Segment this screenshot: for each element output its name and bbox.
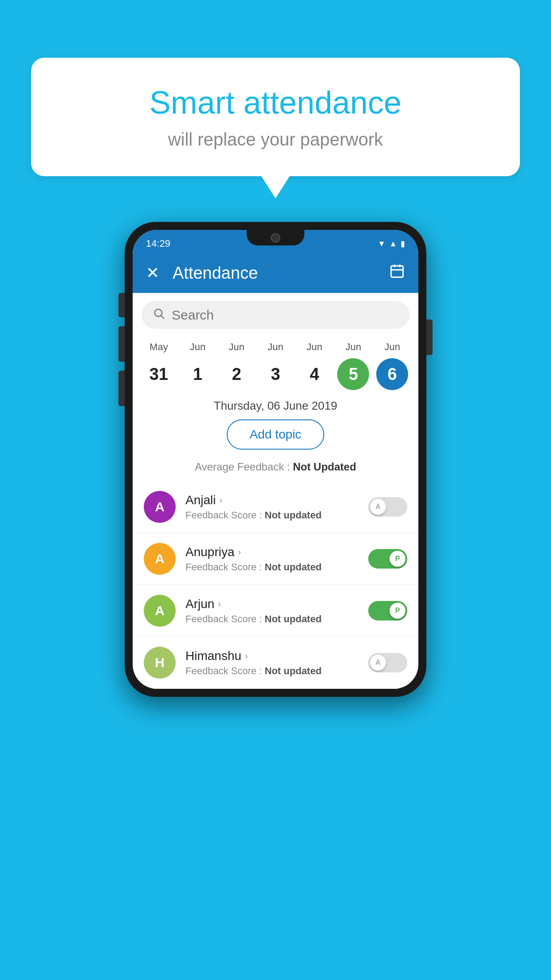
avg-feedback: Average Feedback : Not Updated [133,458,418,481]
day-month-label: Jun [346,341,361,353]
day-number-label: 3 [260,358,291,390]
avg-feedback-value: Not Updated [293,461,356,473]
calendar-icon[interactable] [389,263,405,283]
close-button[interactable]: ✕ [146,264,159,282]
student-avatar: A [144,491,176,523]
search-icon [153,307,165,323]
toggle-track: P [368,601,407,620]
search-input[interactable] [172,308,398,323]
calendar-strip: May31Jun1Jun2Jun3Jun4Jun5Jun6 [133,337,418,395]
volume-up-button [118,326,125,362]
calendar-day[interactable]: Jun1 [178,341,217,390]
power-button [426,320,433,355]
phone-screen: 14:29 ▼ ▲ ▮ ✕ Attendance [133,230,418,689]
student-info: Himanshu ›Feedback Score : Not updated [185,649,358,677]
chevron-right-icon: › [218,599,221,609]
chevron-right-icon: › [238,547,241,557]
student-info: Arjun ›Feedback Score : Not updated [185,597,358,625]
attendance-toggle[interactable]: A [368,653,407,672]
toggle-track: A [368,653,407,672]
speech-bubble: Smart attendance will replace your paper… [31,58,520,176]
student-name: Arjun › [185,597,358,611]
speech-bubble-container: Smart attendance will replace your paper… [31,58,520,176]
wifi-icon: ▼ [378,239,386,249]
day-month-label: Jun [384,341,400,353]
phone-container: 14:29 ▼ ▲ ▮ ✕ Attendance [125,222,426,697]
day-month-label: Jun [229,341,244,353]
student-avatar: A [144,595,176,627]
student-item[interactable]: AAnjali ›Feedback Score : Not updatedA [133,481,418,533]
student-feedback-score: Feedback Score : Not updated [185,665,358,677]
bubble-subtitle: will replace your paperwork [67,130,484,150]
day-number-label: 6 [376,358,408,390]
day-month-label: May [150,341,168,353]
toggle-thumb: P [390,603,405,619]
day-number-label: 5 [337,358,369,390]
add-topic-button[interactable]: Add topic [227,419,325,450]
front-camera [271,233,280,243]
status-time: 14:29 [146,238,170,249]
attendance-toggle[interactable]: P [368,601,407,620]
volume-silent-button [118,293,125,317]
toggle-thumb: A [370,499,386,515]
day-month-label: Jun [307,341,322,353]
calendar-day[interactable]: Jun5 [334,341,373,390]
app-bar-title: Attendance [173,264,376,283]
day-number-label: 1 [182,358,214,390]
day-number-label: 4 [299,358,331,390]
day-number-label: 31 [143,358,175,390]
phone-outer: 14:29 ▼ ▲ ▮ ✕ Attendance [125,222,426,697]
student-feedback-score: Feedback Score : Not updated [185,510,358,521]
student-name: Anjali › [185,493,358,507]
toggle-track: P [368,549,407,569]
app-bar: ✕ Attendance [133,253,418,293]
status-icons: ▼ ▲ ▮ [378,239,405,249]
chevron-right-icon: › [245,651,248,661]
svg-rect-0 [391,266,403,277]
student-item[interactable]: AAnupriya ›Feedback Score : Not updatedP [133,533,418,585]
student-list: AAnjali ›Feedback Score : Not updatedAAA… [133,481,418,689]
student-item[interactable]: HHimanshu ›Feedback Score : Not updatedA [133,637,418,689]
day-month-label: Jun [190,341,205,353]
volume-down-button [118,371,125,406]
student-feedback-score: Feedback Score : Not updated [185,613,358,625]
calendar-day[interactable]: Jun4 [295,341,334,390]
battery-icon: ▮ [401,239,405,249]
student-avatar: H [144,647,176,679]
calendar-day[interactable]: Jun2 [217,341,256,390]
calendar-day[interactable]: Jun6 [373,341,412,390]
svg-point-4 [155,309,162,316]
attendance-toggle[interactable]: A [368,497,407,517]
student-name: Anupriya › [185,545,358,559]
avg-feedback-label: Average Feedback : [195,461,293,473]
calendar-day[interactable]: May31 [139,341,178,390]
student-item[interactable]: AArjun ›Feedback Score : Not updatedP [133,585,418,637]
toggle-thumb: P [390,551,405,567]
phone-notch [247,230,304,245]
calendar-day[interactable]: Jun3 [256,341,295,390]
student-feedback-score: Feedback Score : Not updated [185,561,358,573]
attendance-toggle[interactable]: P [368,549,407,569]
student-info: Anupriya ›Feedback Score : Not updated [185,545,358,573]
signal-icon: ▲ [389,239,397,249]
student-avatar: A [144,543,176,575]
student-name: Himanshu › [185,649,358,663]
toggle-track: A [368,497,407,517]
chevron-right-icon: › [219,495,222,505]
day-number-label: 2 [220,358,252,390]
bubble-title: Smart attendance [67,84,484,121]
svg-line-5 [161,316,164,318]
toggle-thumb: A [370,655,386,671]
student-info: Anjali ›Feedback Score : Not updated [185,493,358,521]
day-month-label: Jun [268,341,283,353]
search-bar[interactable] [142,301,409,329]
selected-date: Thursday, 06 June 2019 [133,395,418,419]
